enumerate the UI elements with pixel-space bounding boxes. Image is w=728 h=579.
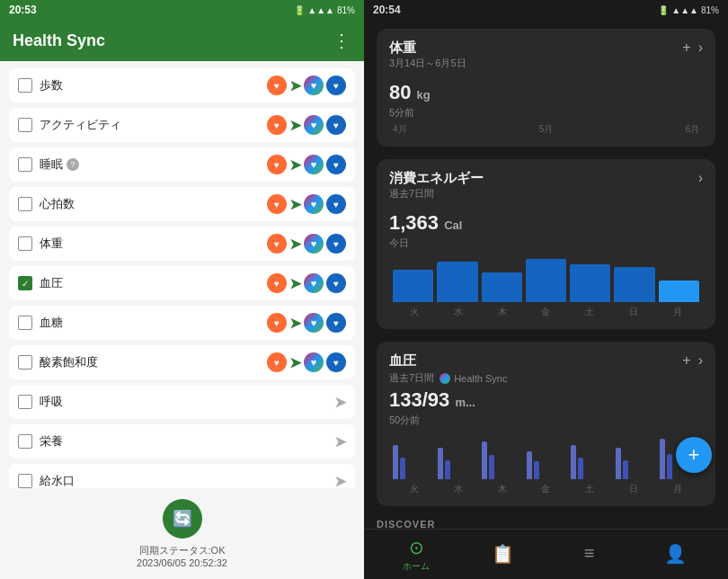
left-status-icons: 🔋 ▲▲▲ 81% xyxy=(294,5,355,15)
item-label-bloodsugar: 血糖 xyxy=(40,315,260,331)
fab-button[interactable]: + xyxy=(676,437,712,473)
bp-diastolic-bar-4 xyxy=(578,458,583,480)
item-label-breathing: 呼吸 xyxy=(40,394,327,410)
bp-value: 133/93 m... xyxy=(389,388,703,412)
target-icon-weight: ♥ xyxy=(304,234,324,254)
list-item: 血圧 ♥ ➤ ♥ ♥ xyxy=(9,266,355,300)
expand-weight-icon[interactable]: › xyxy=(698,40,703,56)
bp-source: Health Sync xyxy=(439,373,507,384)
add-bp-icon[interactable]: + xyxy=(682,352,690,369)
calories-bar-4 xyxy=(570,264,610,302)
checkbox-activity[interactable] xyxy=(18,118,32,132)
bp-card-actions: + › xyxy=(682,352,703,369)
nav-item-profile[interactable]: 👤 xyxy=(633,543,719,566)
bp-group-2 xyxy=(482,441,521,479)
signal-icon-right: ▲▲▲ xyxy=(671,5,698,15)
item-label-activity: アクティビティ xyxy=(40,117,260,133)
weight-card-actions: + › xyxy=(682,40,703,56)
item-label-water: 給水口 xyxy=(40,473,327,488)
bp-time: 50分前 xyxy=(389,414,703,427)
item-label-bloodpressure: 血圧 xyxy=(40,275,260,291)
list-item: 心拍数 ♥ ➤ ♥ ♥ xyxy=(9,187,355,221)
target-icon-sleep: ♥ xyxy=(304,155,324,174)
nav-item-journal[interactable]: 📋 xyxy=(459,543,546,566)
list-item: 体重 ♥ ➤ ♥ ♥ xyxy=(9,227,355,261)
bp-systolic-bar-6 xyxy=(660,439,665,480)
arrow-icon: ➤ xyxy=(334,394,346,411)
menu-button[interactable]: ⋮ xyxy=(333,30,351,51)
bp-systolic-bar-4 xyxy=(571,445,576,480)
right-status-icons: 🔋 ▲▲▲ 81% xyxy=(658,5,719,15)
bottom-nav: ⊙ ホーム 📋 ≡ 👤 xyxy=(364,529,728,579)
checkbox-steps[interactable] xyxy=(18,78,32,93)
target-icon-steps: ♥ xyxy=(304,76,324,95)
calories-card-actions: › xyxy=(698,170,703,186)
target-icon-oxygen: ♥ xyxy=(304,352,324,372)
checkbox-weight[interactable] xyxy=(18,236,32,251)
calories-bar-chart xyxy=(389,257,703,302)
list-item: 歩数 ♥ ➤ ♥ ♥ xyxy=(9,68,355,102)
nav-item-home[interactable]: ⊙ ホーム xyxy=(373,537,459,573)
item-label-oxygen: 酸素飽和度 xyxy=(40,354,260,370)
checkbox-water[interactable] xyxy=(18,474,32,488)
calories-card-date: 過去7日間 xyxy=(389,187,484,200)
sync-icons-nutrition: ➤ xyxy=(334,433,346,450)
bp-diastolic-bar-3 xyxy=(534,461,539,479)
discover-section: DISCOVER 簡単に健康管理 Fit へようこそ ハートポイント（強めの運動… xyxy=(377,519,715,529)
right-content: 体重 3月14日～6月5日 + › 80 kg 5分前 4月 5月 6月 xyxy=(364,20,728,529)
sync-icons-steps: ♥ ➤ ♥ ♥ xyxy=(267,76,346,95)
calories-unit: Cal xyxy=(444,218,462,232)
checkbox-bloodsugar[interactable] xyxy=(18,316,32,330)
list-item: 血糖 ♥ ➤ ♥ ♥ xyxy=(9,306,355,340)
source-icon-weight: ♥ xyxy=(267,234,287,254)
target-icon-bloodsugar: ♥ xyxy=(304,313,324,333)
status-bar-left: 20:53 🔋 ▲▲▲ 81% xyxy=(0,0,364,20)
sync-icons-bloodsugar: ♥ ➤ ♥ ♥ xyxy=(267,313,346,333)
status-bar-right: 20:54 🔋 ▲▲▲ 81% xyxy=(364,0,728,20)
expand-calories-icon[interactable]: › xyxy=(698,170,703,186)
bp-diastolic-bar-6 xyxy=(667,454,672,479)
calories-bar-3 xyxy=(526,259,566,302)
bp-systolic-bar-0 xyxy=(393,445,398,480)
help-icon-sleep[interactable]: ? xyxy=(67,158,79,171)
item-label-weight: 体重 xyxy=(40,236,260,252)
bp-diastolic-bar-2 xyxy=(489,455,494,479)
checkbox-breathing[interactable] xyxy=(18,395,32,409)
bp-unit: m... xyxy=(455,396,475,409)
checkbox-heartrate[interactable] xyxy=(18,197,32,211)
checkbox-oxygen[interactable] xyxy=(18,355,32,370)
add-weight-icon[interactable]: + xyxy=(682,40,690,56)
target-icon2-weight: ♥ xyxy=(326,234,346,254)
arrow-icon: ➤ xyxy=(289,315,301,332)
target-icon2-steps: ♥ xyxy=(326,76,346,95)
list-item: 睡眠 ? ♥ ➤ ♥ ♥ xyxy=(9,147,355,182)
item-label-heartrate: 心拍数 xyxy=(40,196,260,212)
checkbox-sleep[interactable] xyxy=(18,157,32,172)
nav-item-list[interactable]: ≡ xyxy=(546,543,633,566)
checkbox-bloodpressure[interactable] xyxy=(18,276,32,290)
sync-icons-weight: ♥ ➤ ♥ ♥ xyxy=(267,234,346,254)
bp-card-date: 過去7日間 xyxy=(389,371,434,385)
source-icon-heartrate: ♥ xyxy=(267,194,287,214)
left-time: 20:53 xyxy=(9,4,37,16)
bp-card-title: 血圧 xyxy=(389,352,507,370)
home-label: ホーム xyxy=(403,560,430,573)
sync-button[interactable]: 🔄 xyxy=(163,499,202,539)
target-icon2-bloodsugar: ♥ xyxy=(326,313,346,333)
bp-diastolic-bar-0 xyxy=(400,458,405,480)
target-icon-heartrate: ♥ xyxy=(304,194,324,214)
sync-list: 歩数 ♥ ➤ ♥ ♥ アクティビティ ♥ ➤ ♥ ♥ xyxy=(0,61,364,488)
bp-chart: 火水木金土日月 xyxy=(389,434,703,495)
bp-bar-chart xyxy=(389,434,703,479)
weight-card: 体重 3月14日～6月5日 + › 80 kg 5分前 4月 5月 6月 xyxy=(377,29,715,147)
bp-systolic-bar-1 xyxy=(438,448,443,479)
checkbox-nutrition[interactable] xyxy=(18,434,32,449)
list-item: 給水口 ➤ xyxy=(9,464,355,488)
bp-group-0 xyxy=(393,445,432,480)
weight-unit: kg xyxy=(417,88,431,102)
calories-bar-1 xyxy=(437,262,477,302)
home-icon: ⊙ xyxy=(409,537,424,558)
calories-bar-2 xyxy=(482,272,522,302)
calories-bar-0 xyxy=(393,270,433,302)
expand-bp-icon[interactable]: › xyxy=(698,352,703,369)
